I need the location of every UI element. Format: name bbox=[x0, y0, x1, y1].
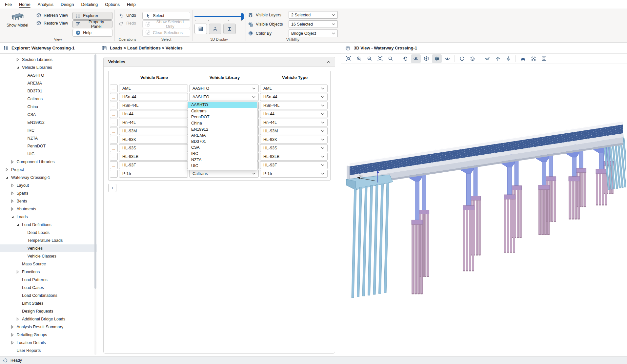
menu-item-analysis[interactable]: Analysis bbox=[34, 1, 57, 8]
dropdown-option-nzta[interactable]: NZTA bbox=[188, 157, 257, 163]
tree-item-functions[interactable]: Functions bbox=[0, 268, 97, 276]
tree-collapsed-icon[interactable] bbox=[11, 207, 14, 211]
tree-item-load-patterns[interactable]: Load Patterns bbox=[0, 276, 97, 284]
scrollbar-thumb[interactable] bbox=[94, 54, 96, 289]
tree-item-waterway-crossing-1[interactable]: Waterway Crossing-1 bbox=[0, 174, 97, 182]
add-row-button[interactable]: + bbox=[108, 184, 116, 192]
vehicle-type-dropdown[interactable]: Hn-44 bbox=[260, 110, 328, 118]
vehicle-name-input[interactable]: AML bbox=[119, 85, 188, 92]
dropdown-option-bd3701[interactable]: BD3701 bbox=[188, 139, 257, 145]
rotate-ccw-button[interactable] bbox=[468, 54, 477, 63]
tree-item-project[interactable]: Project bbox=[0, 166, 97, 174]
restore-view-button[interactable]: Restore View bbox=[34, 20, 70, 27]
tree-collapsed-icon[interactable] bbox=[16, 317, 19, 321]
tree-item-en19912[interactable]: EN19912 bbox=[0, 119, 97, 126]
vehicle-library-dropdown[interactable]: AASHTO bbox=[189, 85, 259, 92]
tree-item-analysis-result-summary[interactable]: Analysis Result Summary bbox=[0, 323, 97, 331]
tree-collapsed-icon[interactable] bbox=[11, 333, 14, 336]
pan-button[interactable] bbox=[400, 54, 410, 63]
dropdown-option-irc[interactable]: IRC bbox=[188, 151, 257, 157]
tree-item-vehicles[interactable]: Vehicles bbox=[0, 244, 97, 252]
view-3d-viewport[interactable] bbox=[341, 64, 627, 356]
undo-button[interactable]: Undo bbox=[117, 12, 138, 19]
zoom-window-button[interactable] bbox=[375, 54, 385, 63]
row-options-button[interactable]: ... bbox=[110, 153, 118, 161]
select-button[interactable]: Select bbox=[142, 12, 190, 20]
zoom-in-button[interactable] bbox=[354, 54, 364, 63]
vehicle-type-dropdown[interactable]: AML bbox=[260, 85, 328, 92]
tree-item-penndot[interactable]: PennDOT bbox=[0, 142, 97, 150]
tree-item-bents[interactable]: Bents bbox=[0, 197, 97, 205]
wireframe-cube-button[interactable] bbox=[421, 54, 431, 63]
ibeam-toggle-button[interactable] bbox=[223, 24, 236, 34]
vehicle-name-input[interactable]: HSn-44L bbox=[119, 102, 188, 109]
display-detail-slider[interactable] bbox=[194, 13, 244, 20]
tree-item-china[interactable]: China bbox=[0, 103, 97, 111]
vehicle-name-input[interactable]: HL-93LB bbox=[119, 153, 188, 161]
tree-item-vehicle-classes[interactable]: Vehicle Classes bbox=[0, 252, 97, 260]
axes-toggle-button[interactable] bbox=[209, 24, 221, 34]
tree-item-user-reports[interactable]: User Reports bbox=[0, 347, 97, 354]
menu-item-home[interactable]: Home bbox=[15, 1, 34, 8]
dropdown-option-china[interactable]: China bbox=[188, 120, 257, 126]
refresh-view-button[interactable]: Refresh View bbox=[34, 12, 70, 19]
vehicle-type-dropdown[interactable]: HL-93S bbox=[260, 144, 328, 152]
menu-item-design[interactable]: Design bbox=[57, 1, 77, 8]
row-options-button[interactable]: ... bbox=[110, 102, 118, 109]
tree-item-mass-source[interactable]: Mass Source bbox=[0, 260, 97, 268]
orbit-button[interactable] bbox=[411, 54, 421, 63]
vehicle-type-dropdown[interactable]: P-15 bbox=[260, 170, 328, 178]
dropdown-option-arema[interactable]: AREMA bbox=[188, 132, 257, 139]
slider-handle[interactable] bbox=[241, 13, 244, 20]
vehicle-name-input[interactable]: HL-93F bbox=[119, 161, 188, 169]
station-button[interactable] bbox=[539, 54, 549, 63]
clear-selections-button[interactable]: Clear Selections bbox=[142, 29, 190, 37]
tree-collapsed-icon[interactable] bbox=[11, 192, 14, 195]
tree-item-abutments[interactable]: Abutments bbox=[0, 205, 97, 213]
tree-item-spans[interactable]: Spans bbox=[0, 189, 97, 197]
rotate-cw-button[interactable] bbox=[457, 54, 467, 63]
row-options-button[interactable]: ... bbox=[110, 85, 118, 92]
tree-collapsed-icon[interactable] bbox=[16, 270, 19, 274]
property-panel-button[interactable]: Property Panel bbox=[72, 20, 112, 28]
grid-toggle-button[interactable] bbox=[194, 24, 207, 34]
tree-item-load-definitions[interactable]: Load Definitions bbox=[0, 221, 97, 229]
tree-item-csa[interactable]: CSA bbox=[0, 111, 97, 119]
vehicle-library-dropdown[interactable]: Caltrans bbox=[189, 170, 259, 178]
redo-button[interactable]: Redo bbox=[117, 20, 138, 27]
vehicles-section-header[interactable]: Vehicles bbox=[104, 57, 335, 67]
tree-collapsed-icon[interactable] bbox=[16, 58, 19, 61]
vehicle-name-input[interactable]: HL-93M bbox=[119, 127, 188, 135]
vehicle-type-dropdown[interactable]: HL-93LB bbox=[260, 153, 328, 161]
tree-collapsed-icon[interactable] bbox=[11, 160, 14, 163]
zoom-out-button[interactable] bbox=[365, 54, 374, 63]
clip-plane-z-button[interactable] bbox=[503, 54, 513, 63]
clip-plane-y-button[interactable] bbox=[493, 54, 503, 63]
dropdown-option-aashto[interactable]: AASHTO bbox=[188, 102, 257, 108]
tree-item-dead-loads[interactable]: Dead Loads bbox=[0, 229, 97, 237]
zoom-extents-button[interactable] bbox=[344, 54, 354, 63]
vehicle-type-dropdown[interactable]: Hn-44L bbox=[260, 119, 328, 126]
menu-item-options[interactable]: Options bbox=[101, 1, 123, 8]
eye-button[interactable] bbox=[442, 54, 452, 63]
vehicle-type-dropdown[interactable]: HSn-44L bbox=[260, 102, 328, 109]
tree-item-detailing-groups[interactable]: Detailing Groups bbox=[0, 331, 97, 339]
tree-collapsed-icon[interactable] bbox=[11, 325, 14, 329]
vehicle-type-dropdown[interactable]: HL-93M bbox=[260, 127, 328, 135]
drone-button[interactable] bbox=[529, 54, 538, 63]
tree-item-bd3701[interactable]: BD3701 bbox=[0, 87, 97, 95]
tree-item-nzta[interactable]: NZTA bbox=[0, 134, 97, 142]
tree-item-load-cases[interactable]: Load Cases bbox=[0, 284, 97, 292]
tree-item-caltrans[interactable]: Caltrans bbox=[0, 95, 97, 103]
tree-item-layout[interactable]: Layout bbox=[0, 182, 97, 189]
menu-item-file[interactable]: File bbox=[1, 1, 15, 8]
collapse-chevron-icon[interactable] bbox=[327, 61, 330, 63]
tree-expanded-icon[interactable] bbox=[5, 176, 9, 179]
vehicle-button[interactable] bbox=[518, 54, 528, 63]
visible-layers-dropdown[interactable]: 2 Selected bbox=[289, 11, 338, 19]
tree-item-loads[interactable]: Loads bbox=[0, 213, 97, 221]
row-options-button[interactable]: ... bbox=[110, 110, 118, 118]
row-options-button[interactable]: ... bbox=[110, 93, 118, 101]
tree-item-design-requests[interactable]: Design Requests bbox=[0, 307, 97, 315]
tree-item-component-libraries[interactable]: Component Libraries bbox=[0, 158, 97, 166]
